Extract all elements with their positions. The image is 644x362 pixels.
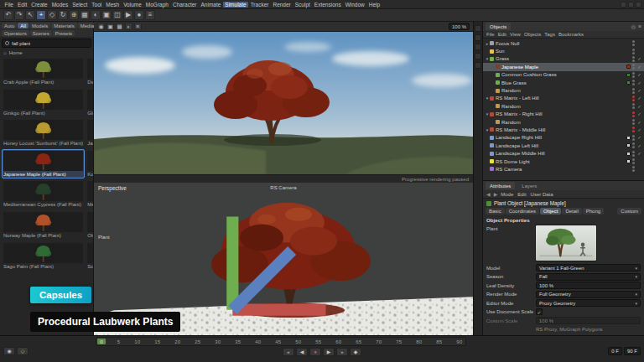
undo-icon[interactable]: ↶ [3, 10, 13, 20]
frame-tick-15[interactable]: 15 [154, 339, 160, 345]
filter-tab-models[interactable]: Models [29, 23, 50, 28]
plant-item-dwarf-mountain-pine-fall-plant[interactable]: Dwarf Mountain Pine (Fall Plant) [86, 57, 93, 87]
frame-tick-0[interactable]: 0 [100, 339, 102, 345]
menu-edit[interactable]: Edit [15, 2, 29, 8]
object-row-landscape-right-hill[interactable]: Landscape Right Hill ✓ [483, 134, 644, 142]
renderview-icon-4[interactable]: ◐ [125, 23, 132, 30]
filter-tab-all[interactable]: All [18, 23, 29, 28]
object-row-random[interactable]: Random ✓ [483, 118, 644, 126]
layout-quad-view-icon[interactable] [475, 34, 481, 41]
enable-check[interactable]: ✓ [636, 80, 642, 85]
enable-check[interactable]: ✓ [636, 88, 642, 93]
enable-check[interactable]: ✓ [636, 120, 642, 125]
forward-icon[interactable]: ▶ [494, 191, 498, 197]
frame-tick-70[interactable]: 70 [376, 339, 382, 345]
custom-scale-field[interactable]: 100 % [536, 317, 641, 324]
tag-icon[interactable] [626, 152, 631, 156]
plant-item-globe-bolleana-poplar-fall-plant[interactable]: Globe Bolleana Poplar (Fall Plant) [86, 88, 93, 118]
om-menu-objects[interactable]: Objects [524, 32, 541, 37]
object-row-blue-grass[interactable]: Blue Grass ✓ [483, 79, 644, 86]
attr-mode-edit[interactable]: Edit [517, 192, 526, 197]
renderview-icon-3[interactable]: ▦ [116, 23, 123, 30]
breadcrumb[interactable]: ⌂ Home [0, 49, 93, 57]
current-frame-field[interactable]: 0 F [608, 347, 622, 355]
visibility-dots[interactable] [632, 111, 635, 117]
tab-attributes[interactable]: Attributes [486, 182, 515, 189]
modeling-mode-icon[interactable]: ▶ [123, 10, 133, 20]
object-row-rs-matrix-left-hill[interactable]: ▾ RS Matrix - Left Hill ✓ [483, 95, 644, 102]
editor-mode-dropdown[interactable]: Proxy Geometry▾ [536, 299, 641, 307]
object-row-focus-null[interactable]: ▸ Focus Null [483, 39, 644, 47]
redo-icon[interactable]: ↷ [14, 10, 24, 20]
enable-check[interactable]: ✓ [636, 65, 642, 70]
frame-tick-35[interactable]: 35 [235, 339, 241, 345]
render-view[interactable] [94, 32, 473, 174]
tag-icon[interactable] [626, 136, 631, 140]
layout-single-view-icon[interactable] [475, 25, 481, 32]
keyframe-button[interactable]: ◆ [350, 348, 361, 356]
plant-item-japanese-maple-fall-plant[interactable]: Japanese Maple (Fall Plant) [2, 149, 85, 179]
tab-objects[interactable]: Objects [486, 23, 511, 30]
enable-check[interactable]: ✓ [636, 135, 642, 140]
frame-tick-75[interactable]: 75 [396, 339, 402, 345]
visibility-dots[interactable] [632, 88, 635, 94]
object-row-grass[interactable]: ▾ Grass ✓ [483, 55, 644, 63]
menu-mesh[interactable]: Mesh [104, 2, 122, 8]
plant-item-sago-palm-fall-plant[interactable]: Sago Palm (Fall Plant) [2, 241, 85, 272]
attr-mode-mode[interactable]: Mode [501, 192, 513, 197]
visibility-dots[interactable] [632, 135, 635, 141]
menu-help[interactable]: Help [366, 2, 382, 8]
menu-sculpt[interactable]: Sculpt [293, 2, 312, 8]
use-document-scale-checkbox[interactable]: ✓ [536, 308, 543, 315]
timeline-ruler[interactable]: 0 051015202530354045505560657075808590 [96, 337, 466, 346]
filter-tab-materials[interactable]: Materials [51, 23, 76, 28]
object-row-random[interactable]: Random ✓ [483, 102, 644, 110]
axis-lock-icon[interactable]: ⊕ [69, 10, 79, 20]
om-menu-view[interactable]: View [510, 32, 521, 37]
frame-tick-10[interactable]: 10 [134, 339, 140, 345]
frame-tick-60[interactable]: 60 [335, 339, 341, 345]
step-back-button[interactable]: ◀ [296, 348, 308, 356]
menu-character[interactable]: Character [170, 2, 199, 8]
visibility-dots[interactable] [632, 103, 635, 109]
enable-check[interactable]: ✓ [636, 127, 642, 132]
visibility-dots[interactable] [632, 40, 635, 46]
visibility-dots[interactable] [632, 151, 635, 157]
frame-tick-55[interactable]: 55 [315, 339, 321, 345]
attr-tab-basic[interactable]: Basic [486, 208, 505, 215]
menu-window[interactable]: Window [343, 2, 366, 8]
frame-tick-65[interactable]: 65 [356, 339, 361, 345]
layout-split-view-icon[interactable] [475, 44, 481, 50]
tag-icon[interactable] [626, 65, 631, 69]
frame-tick-90[interactable]: 90 [456, 339, 462, 345]
enable-check[interactable]: ✓ [636, 151, 642, 156]
object-row-rs-matrix-right-hill[interactable]: ▾ RS Matrix - Right Hill ✓ [483, 111, 644, 118]
render-to-picture-viewer-icon[interactable]: ▣ [101, 10, 112, 20]
om-menu-bookmarks[interactable]: Bookmarks [558, 32, 584, 37]
menu-mograph[interactable]: MoGraph [143, 2, 170, 8]
tag-icon[interactable] [626, 159, 631, 163]
select-tool-icon[interactable]: ↖ [25, 10, 35, 20]
attr-tab-phong[interactable]: Phong [583, 208, 604, 215]
zoom-dropdown[interactable]: 100 % [449, 23, 470, 30]
back-icon[interactable]: ◀ [486, 191, 491, 197]
end-frame-field[interactable]: 90 F [624, 347, 641, 355]
object-row-rs-dome-light[interactable]: RS Dome Light [483, 158, 644, 165]
move-tool-icon[interactable]: + [36, 10, 46, 20]
visibility-dots[interactable] [632, 166, 635, 172]
visibility-dots[interactable] [632, 127, 635, 132]
layout-icon[interactable]: ≡ [145, 10, 155, 20]
visibility-dots[interactable] [632, 64, 635, 70]
render-settings-icon[interactable]: ◫ [112, 10, 122, 20]
object-row-random[interactable]: Random ✓ [483, 86, 644, 94]
renderview-icon-2[interactable]: ▣ [106, 23, 114, 30]
viewport-filter-icon[interactable] [475, 53, 481, 59]
viewport-options-icon[interactable] [475, 62, 481, 69]
enable-check[interactable]: ✓ [636, 111, 642, 116]
om-menu-file[interactable]: File [486, 32, 495, 37]
filter-tab-auto[interactable]: Auto [2, 23, 17, 28]
menu-modes[interactable]: Modes [49, 2, 70, 8]
enable-check[interactable]: ✓ [636, 104, 642, 109]
menu-extensions[interactable]: Extensions [312, 2, 343, 8]
rotate-tool-icon[interactable]: ↻ [58, 10, 68, 20]
